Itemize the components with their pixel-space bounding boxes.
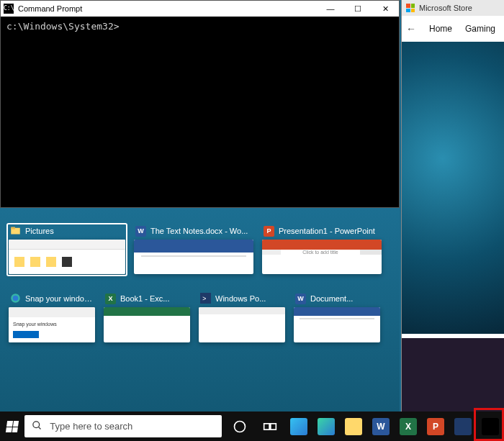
- snap-tile-ps[interactable]: >Windows Po...: [199, 293, 285, 342]
- snap-tile-edge[interactable]: Snap your windows and 1...Snap your wind…: [9, 293, 95, 342]
- svg-point-8: [235, 421, 246, 432]
- store-nav: ← Home Gaming: [402, 16, 504, 42]
- taskbar: Type here to search WXP: [0, 412, 504, 441]
- svg-point-3: [13, 295, 19, 301]
- store-titlebar[interactable]: Microsoft Store: [402, 0, 504, 16]
- file-explorer-icon: [345, 418, 362, 435]
- taskbar-app-cmd[interactable]: [477, 412, 504, 441]
- snap-tile-label: Snap your windows and 1...: [25, 294, 94, 303]
- cmd-icon: C:\: [4, 4, 14, 14]
- word-icon: W: [135, 226, 146, 237]
- ppt-icon: P: [264, 226, 274, 237]
- task-view-button[interactable]: [255, 412, 285, 441]
- taskbar-app-file-explorer[interactable]: [340, 412, 367, 441]
- snap-tile-header: WDocument...: [294, 293, 380, 307]
- svg-rect-1: [11, 227, 15, 229]
- snap-tile-label: Pictures: [25, 227, 124, 235]
- store-lower-panel: [402, 338, 504, 412]
- excel-icon: X: [105, 294, 116, 304]
- taskbar-app-excel[interactable]: X: [395, 412, 422, 441]
- snap-tile-header: WThe Text Notes.docx - Wo...: [134, 225, 253, 240]
- snap-tile-header: PPresentation1 - PowerPoint: [262, 225, 382, 240]
- cmd-titlebar[interactable]: C:\ Command Prompt — ☐ ✕: [1, 1, 399, 17]
- minimize-button[interactable]: —: [317, 1, 344, 17]
- word-icon: W: [372, 418, 390, 435]
- taskbar-app-word[interactable]: W: [367, 412, 395, 441]
- snap-tile-thumbnail: [9, 240, 125, 274]
- svg-line-7: [39, 427, 41, 429]
- store-title-text: Microsoft Store: [419, 4, 472, 12]
- edge-dev-icon: [318, 418, 335, 435]
- taskbar-app-powershell[interactable]: [449, 412, 477, 441]
- cmd-body[interactable]: c:\Windows\System32>: [1, 17, 399, 207]
- nav-gaming[interactable]: Gaming: [465, 24, 495, 34]
- snap-tile-thumbnail: [199, 307, 285, 342]
- microsoft-store-window[interactable]: Microsoft Store ← Home Gaming: [401, 0, 504, 412]
- snap-tile-thumbnail: [104, 307, 190, 342]
- svg-point-6: [33, 421, 40, 427]
- svg-rect-9: [264, 423, 270, 429]
- snap-assist-panel: PicturesWThe Text Notes.docx - Wo...PPre…: [0, 208, 400, 412]
- windows-logo-icon: [6, 421, 19, 432]
- search-icon: [32, 420, 42, 433]
- nav-home[interactable]: Home: [429, 24, 452, 34]
- snap-tile-thumbnail: [134, 240, 253, 274]
- ps-icon: >: [200, 293, 211, 305]
- snap-tile-thumbnail: Snap your windows: [9, 307, 95, 342]
- cortana-button[interactable]: [225, 412, 255, 441]
- powershell-icon: [454, 418, 472, 435]
- snap-tile-label: Document...: [310, 294, 379, 303]
- svg-text:>: >: [202, 294, 206, 301]
- excel-icon: X: [400, 418, 417, 435]
- snap-tile-thumbnail: [294, 307, 380, 342]
- word2-icon: W: [295, 294, 306, 304]
- snap-tile-header: Pictures: [9, 225, 125, 240]
- edge-icon: [10, 293, 21, 305]
- cmd-prompt-text: c:\Windows\System32>: [6, 21, 120, 32]
- snap-tile-word2[interactable]: WDocument...: [294, 293, 380, 342]
- edge-icon: [290, 418, 307, 435]
- snap-tile-ppt[interactable]: PPresentation1 - PowerPointClick to add …: [262, 225, 382, 274]
- taskbar-app-edge[interactable]: [285, 412, 312, 441]
- store-hero-image: [402, 42, 504, 334]
- snap-tile-label: The Text Notes.docx - Wo...: [150, 227, 252, 235]
- maximize-button[interactable]: ☐: [344, 1, 372, 17]
- start-button[interactable]: [0, 412, 24, 441]
- snap-tile-thumbnail: Click to add title: [262, 240, 382, 274]
- snap-tile-header: Snap your windows and 1...: [9, 293, 95, 307]
- snap-tile-label: Windows Po...: [215, 294, 284, 303]
- close-button[interactable]: ✕: [372, 1, 399, 17]
- microsoft-logo-icon: [406, 4, 415, 12]
- snap-tile-explorer[interactable]: Pictures: [7, 224, 127, 276]
- cmd-title: Command Prompt: [18, 4, 317, 13]
- taskbar-search[interactable]: Type here to search: [24, 415, 222, 437]
- snap-tile-word[interactable]: WThe Text Notes.docx - Wo...: [134, 225, 253, 274]
- explorer-icon: [10, 225, 21, 237]
- snap-tile-label: Presentation1 - PowerPoint: [279, 227, 380, 235]
- snap-tile-excel[interactable]: XBook1 - Exc...: [104, 293, 190, 342]
- svg-rect-10: [271, 423, 276, 429]
- snap-tile-header: XBook1 - Exc...: [104, 293, 190, 307]
- back-button[interactable]: ←: [406, 23, 416, 35]
- snap-tile-label: Book1 - Exc...: [120, 294, 189, 303]
- powerpoint-icon: P: [427, 418, 444, 435]
- snap-tile-header: >Windows Po...: [199, 293, 285, 307]
- search-placeholder: Type here to search: [50, 421, 132, 432]
- taskbar-app-powerpoint[interactable]: P: [422, 412, 449, 441]
- cmd-icon: [482, 418, 499, 435]
- taskbar-app-edge-dev[interactable]: [312, 412, 340, 441]
- command-prompt-window[interactable]: C:\ Command Prompt — ☐ ✕ c:\Windows\Syst…: [0, 0, 400, 208]
